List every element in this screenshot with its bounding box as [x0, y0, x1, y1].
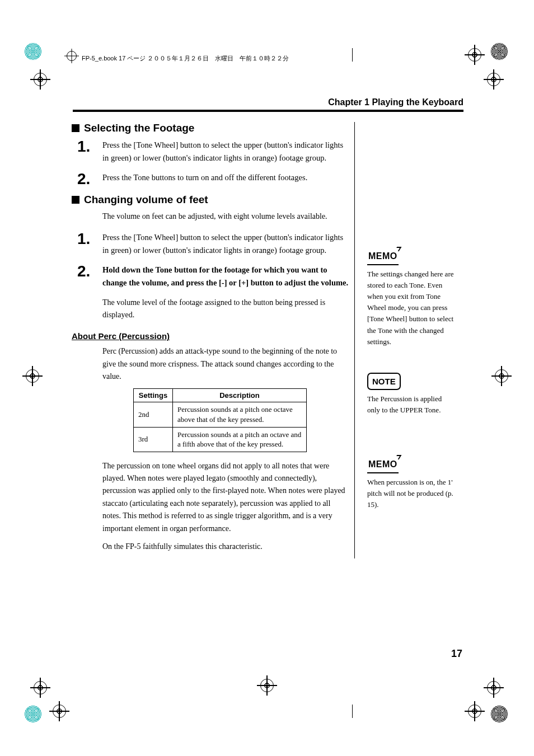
perc-para1: The percussion on tone wheel organs did … — [102, 460, 354, 535]
section-intro: The volume on feet can be adjusted, with… — [102, 210, 354, 223]
print-header: FP-5_e.book 17 ページ ２００５年１月２６日 水曜日 午前１０時２… — [82, 54, 289, 63]
sidebar-column: MEMO The settings changed here are store… — [354, 122, 455, 558]
heading-text: Changing volume of feet — [84, 194, 208, 206]
crop-mark — [487, 681, 500, 694]
memo-text: The settings changed here are stored to … — [367, 269, 455, 348]
td-setting: 3rd — [134, 427, 173, 452]
td-desc: Percussion sounds at a pitch one octave … — [173, 402, 307, 427]
selecting-footage-heading: Selecting the Footage — [72, 122, 354, 134]
memo-icon: MEMO — [367, 250, 399, 265]
td-desc: Percussion sounds at a pitch an octave a… — [173, 427, 307, 452]
step-text: Hold down the Tone button for the footag… — [102, 264, 349, 289]
page-content: Chapter 1 Playing the Keyboard Selecting… — [72, 97, 463, 558]
registration-mark — [491, 43, 508, 60]
main-column: Selecting the Footage 1 Press the [Tone … — [72, 122, 354, 558]
chapter-rule — [73, 110, 463, 112]
td-setting: 2nd — [134, 402, 173, 427]
step-number: 2 — [72, 264, 102, 289]
perc-subheading: About Perc (Percussion) — [72, 331, 354, 341]
step-number: 1 — [72, 139, 102, 165]
step-2: 2 Hold down the Tone button for the foot… — [72, 264, 354, 289]
crop-mark — [53, 705, 66, 718]
page-number: 17 — [451, 648, 462, 660]
registration-mark — [491, 706, 508, 722]
memo-box-2: MEMO When percussion is on, the 1' pitch… — [367, 458, 455, 510]
perc-settings-table: Settings Description 2nd Percussion soun… — [133, 388, 307, 452]
registration-mark — [25, 706, 41, 722]
step-text: Press the [Tone Wheel] button to select … — [102, 231, 354, 257]
changing-volume-heading: Changing volume of feet — [72, 194, 354, 206]
crop-mark — [260, 679, 274, 692]
memo-box-1: MEMO The settings changed here are store… — [367, 250, 455, 348]
registration-mark — [25, 43, 41, 60]
crop-mark — [487, 73, 500, 86]
heading-text: Selecting the Footage — [84, 122, 194, 134]
crop-mark — [34, 73, 47, 86]
note-icon: NOTE — [367, 373, 401, 390]
step-number: 1 — [72, 231, 102, 257]
note-text: The Percussion is applied only to the UP… — [367, 393, 455, 416]
crop-mark — [468, 48, 481, 62]
memo-icon: MEMO — [367, 458, 399, 473]
step-text: Press the [Tone Wheel] button to select … — [102, 139, 354, 165]
perc-intro: Perc (Percussion) adds an attack-type so… — [102, 345, 354, 383]
step-body: Hold down the Tone button for the footag… — [102, 264, 354, 289]
memo-text: When percussion is on, the 1' pitch will… — [367, 477, 455, 510]
step-1: 1 Press the [Tone Wheel] button to selec… — [72, 231, 354, 257]
step-text: Press the Tone buttons to turn on and of… — [102, 171, 354, 187]
note-box: NOTE The Percussion is applied only to t… — [367, 373, 455, 416]
step-2: 2 Press the Tone buttons to turn on and … — [72, 171, 354, 187]
crop-mark — [495, 369, 508, 383]
vertical-tick — [352, 705, 353, 718]
th-settings: Settings — [134, 389, 173, 402]
step-note: The volume level of the footage assigned… — [102, 297, 354, 322]
doc-header-icon — [67, 51, 77, 61]
crop-mark — [26, 369, 39, 383]
perc-para2: On the FP-5 faithfully simulates this ch… — [102, 541, 354, 553]
table-row: 3rd Percussion sounds at a pitch an octa… — [134, 427, 307, 452]
step-1: 1 Press the [Tone Wheel] button to selec… — [72, 139, 354, 165]
table-row: 2nd Percussion sounds at a pitch one oct… — [134, 402, 307, 427]
chapter-title: Chapter 1 Playing the Keyboard — [72, 97, 463, 107]
th-description: Description — [173, 389, 307, 402]
vertical-tick — [352, 48, 353, 62]
crop-mark — [34, 681, 47, 694]
crop-mark — [468, 705, 481, 718]
step-number: 2 — [72, 171, 102, 187]
